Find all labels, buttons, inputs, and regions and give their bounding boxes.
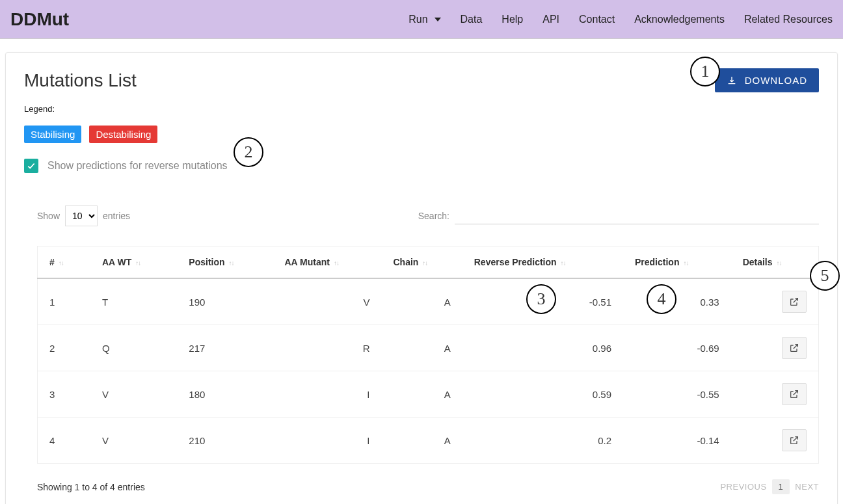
cell-details [731, 418, 819, 464]
sort-icon: ↑↓ [135, 259, 140, 267]
col-idx-label: # [49, 257, 55, 267]
sort-icon: ↑↓ [334, 259, 339, 267]
cell-aawt: V [90, 371, 177, 418]
pager-next[interactable]: NEXT [795, 482, 819, 492]
cell-idx: 1 [38, 278, 91, 325]
col-idx[interactable]: #↑↓ [38, 246, 91, 279]
page-title: Mutations List [24, 70, 137, 91]
col-rev-label: Reverse Prediction [474, 257, 557, 267]
cell-pred: 0.33 [623, 278, 731, 325]
pager-prev[interactable]: PREVIOUS [720, 482, 766, 492]
top-navbar: DDMut Run Data Help API Contact Acknowle… [0, 0, 843, 39]
col-rev[interactable]: Reverse Prediction↑↓ [462, 246, 623, 279]
nav-data[interactable]: Data [461, 14, 483, 25]
nav-ack[interactable]: Acknowledgements [634, 14, 725, 25]
cell-aawt: V [90, 418, 177, 464]
sort-icon: ↑↓ [229, 259, 234, 267]
open-in-new-icon [789, 343, 799, 353]
sort-icon: ↑↓ [683, 259, 688, 267]
table-row: 2Q217RA0.96-0.69 [38, 325, 819, 371]
cell-aamut: R [273, 325, 381, 371]
table-pager: PREVIOUS 1 NEXT [720, 479, 819, 494]
col-aawt[interactable]: AA WT↑↓ [90, 246, 177, 279]
cell-rev: 0.2 [462, 418, 623, 464]
cell-idx: 4 [38, 418, 91, 464]
mutations-card: 1 2 3 4 5 Mutations List DOWNLOAD Legend… [5, 52, 838, 504]
col-pred-label: Prediction [635, 257, 679, 267]
reverse-mutations-checkbox[interactable] [24, 159, 38, 173]
nav-api[interactable]: API [542, 14, 559, 25]
cell-pred: -0.69 [623, 325, 731, 371]
cell-aamut: V [273, 278, 381, 325]
nav-run[interactable]: Run [408, 14, 440, 25]
col-aamut[interactable]: AA Mutant↑↓ [273, 246, 381, 279]
cell-idx: 3 [38, 371, 91, 418]
open-in-new-icon [789, 389, 799, 399]
cell-idx: 2 [38, 325, 91, 371]
cell-rev: -0.51 [462, 278, 623, 325]
cell-chain: A [381, 325, 462, 371]
download-button[interactable]: DOWNLOAD [715, 68, 819, 92]
search-label: Search: [418, 211, 449, 221]
download-label: DOWNLOAD [745, 75, 807, 86]
search-input[interactable] [455, 208, 819, 224]
download-icon [727, 75, 737, 86]
cell-details [731, 278, 819, 325]
col-pos-label: Position [189, 257, 224, 267]
nav-related[interactable]: Related Resources [744, 14, 833, 25]
mutations-table: #↑↓ AA WT↑↓ Position↑↓ AA Mutant↑↓ Chain… [37, 246, 819, 464]
nav-help[interactable]: Help [502, 14, 523, 25]
cell-chain: A [381, 278, 462, 325]
badge-stabilising: Stabilising [24, 126, 81, 143]
legend-badges: Stabilising Destabilising [24, 126, 819, 143]
col-pos[interactable]: Position↑↓ [177, 246, 273, 279]
badge-destabilising: Destabilising [89, 126, 157, 143]
sort-icon: ↑↓ [561, 259, 566, 267]
table-row: 4V210IA0.2-0.14 [38, 418, 819, 464]
cell-chain: A [381, 371, 462, 418]
cell-aamut: I [273, 418, 381, 464]
cell-aamut: I [273, 371, 381, 418]
cell-chain: A [381, 418, 462, 464]
show-label: Show [37, 211, 60, 221]
entries-select[interactable]: 10 [65, 206, 98, 226]
legend-label: Legend: [24, 104, 819, 114]
col-pred[interactable]: Prediction↑↓ [623, 246, 731, 279]
cell-pos: 190 [177, 278, 273, 325]
cell-pos: 217 [177, 325, 273, 371]
details-button[interactable] [782, 337, 807, 359]
cell-pos: 210 [177, 418, 273, 464]
col-aamut-label: AA Mutant [284, 257, 329, 267]
entries-length-control: Show 10 entries [37, 206, 130, 226]
nav-run-label: Run [408, 14, 427, 25]
nav-contact[interactable]: Contact [579, 14, 615, 25]
open-in-new-icon [789, 297, 799, 307]
reverse-mutations-label: Show predictions for reverse mutations [47, 160, 228, 172]
table-row: 1T190VA-0.510.33 [38, 278, 819, 325]
details-button[interactable] [782, 429, 807, 451]
table-info: Showing 1 to 4 of 4 entries [37, 482, 145, 492]
sort-icon: ↑↓ [777, 259, 782, 267]
cell-aawt: Q [90, 325, 177, 371]
cell-aawt: T [90, 278, 177, 325]
sort-icon: ↑↓ [422, 259, 427, 267]
details-button[interactable] [782, 291, 807, 313]
cell-pred: -0.14 [623, 418, 731, 464]
brand-logo[interactable]: DDMut [10, 9, 69, 30]
details-button[interactable] [782, 383, 807, 405]
col-chain[interactable]: Chain↑↓ [381, 246, 462, 279]
table-row: 3V180IA0.59-0.55 [38, 371, 819, 418]
pager-page-1[interactable]: 1 [772, 479, 790, 494]
col-details-label: Details [743, 257, 773, 267]
sort-icon: ↑↓ [59, 259, 64, 267]
caret-down-icon [435, 18, 441, 21]
col-details[interactable]: Details↑↓ [731, 246, 819, 279]
cell-pos: 180 [177, 371, 273, 418]
cell-rev: 0.96 [462, 325, 623, 371]
open-in-new-icon [789, 435, 799, 445]
cell-details [731, 371, 819, 418]
nav-links: Run Data Help API Contact Acknowledgemen… [408, 14, 833, 25]
check-icon [27, 161, 36, 170]
cell-rev: 0.59 [462, 371, 623, 418]
col-chain-label: Chain [393, 257, 418, 267]
